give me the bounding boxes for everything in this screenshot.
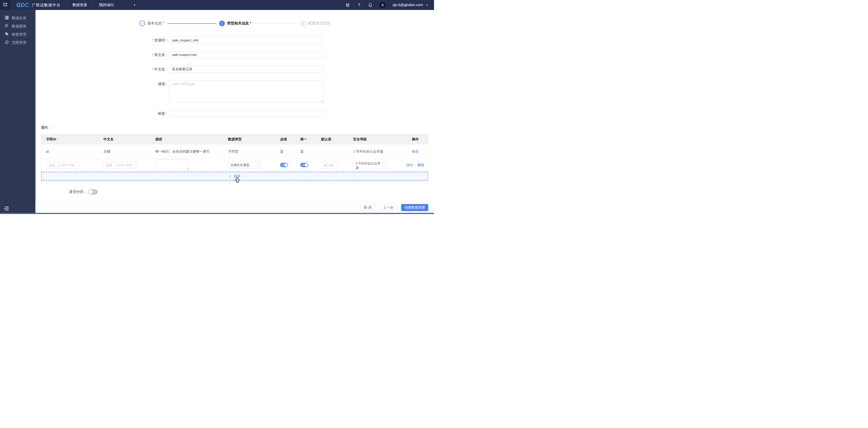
- cell-unique: 是: [296, 150, 316, 154]
- sidebar-item-label: 范围管理: [12, 40, 26, 45]
- partition-row: 是否分区 : 否: [35, 189, 434, 195]
- bell-icon[interactable]: [368, 3, 373, 7]
- cell-description: 唯一标识，会自动创建主键唯一索引: [150, 150, 223, 154]
- step-connector: [167, 23, 216, 24]
- required-marker: *: [152, 53, 154, 57]
- unique-toggle[interactable]: 是: [300, 163, 308, 167]
- previous-step-button[interactable]: 上一步: [379, 204, 397, 211]
- cn-name-input[interactable]: [103, 162, 136, 169]
- user-email[interactable]: qiy-b@glodon.com: [393, 3, 423, 7]
- bug-icon[interactable]: [345, 3, 350, 7]
- sidebar-item-data-explore[interactable]: 数据探查: [0, 22, 35, 30]
- scope-icon: [5, 40, 9, 45]
- link-divider: |: [415, 163, 416, 167]
- field-label: 标签 :: [35, 110, 167, 117]
- create-resource-button[interactable]: 创建数据资源: [401, 204, 428, 211]
- col-header-data-type: 数据类型: [223, 137, 275, 141]
- nav-product[interactable]: 数据资源: [72, 3, 87, 7]
- tag-icon: [5, 32, 9, 37]
- step-number: 3: [300, 21, 306, 26]
- delete-link[interactable]: 删除: [418, 163, 425, 167]
- required-toggle[interactable]: 是: [280, 163, 288, 167]
- topbar-right: ? qiy-b@glodon.com ▼: [345, 2, 434, 8]
- form-row-description: 描述 :: [35, 80, 434, 102]
- sidebar-collapse-button[interactable]: [4, 206, 9, 211]
- step-check-icon: ✓: [139, 21, 145, 26]
- avatar[interactable]: [379, 2, 386, 8]
- domain-name: 我的域01: [99, 3, 114, 7]
- default-value-input[interactable]: [321, 162, 339, 169]
- table-header-row: 字段ID 中文名 描述 数据类型 必须 唯一 默认值 安全等级 操作: [41, 134, 428, 144]
- step-label: 基本信息 *: [147, 21, 164, 26]
- chevron-down-icon: [256, 163, 259, 166]
- cell-security: 1 可向社会公众开放: [348, 150, 402, 154]
- partition-label: 是否分区 :: [35, 190, 86, 194]
- modify-link[interactable]: 修改: [412, 150, 419, 154]
- gdc-logo: GDC: [16, 2, 29, 8]
- cell-cn-name: 主键: [98, 150, 150, 154]
- form-row-tags: 标签 :: [35, 110, 434, 117]
- help-icon[interactable]: ?: [356, 3, 361, 7]
- resource-form: *资源ID : *英文名 : *中文名 : 描述 : 标签 :: [35, 37, 434, 117]
- english-name-field[interactable]: [169, 51, 323, 58]
- app-menu-button[interactable]: [0, 0, 10, 10]
- add-row-area: + 添加: [41, 171, 428, 182]
- step-other-config[interactable]: 3 配置其它信息: [300, 21, 330, 26]
- field-label: *中文名 :: [35, 66, 167, 73]
- cell-field-id: id: [41, 150, 98, 154]
- attributes-section-title: 属性 :: [41, 125, 434, 130]
- save-link[interactable]: 保存: [406, 163, 413, 167]
- app-grid-icon: [3, 3, 7, 7]
- form-row-english-name: *英文名 :: [35, 51, 434, 58]
- field-label: *资源ID :: [35, 37, 167, 44]
- cancel-button[interactable]: 取 消: [360, 204, 375, 211]
- add-label: 添加: [234, 174, 240, 178]
- sidebar-item-label: 标签管理: [12, 32, 26, 37]
- form-row-chinese-name: *中文名 :: [35, 66, 434, 73]
- col-header-cn-name: 中文名: [98, 137, 150, 141]
- database-icon: [5, 15, 9, 21]
- chevron-down-icon: ▼: [133, 4, 136, 6]
- col-header-action: 操作: [402, 137, 428, 141]
- sidebar-item-data-catalog[interactable]: 数据目录: [0, 14, 35, 22]
- form-row-resource-id: *资源ID :: [35, 37, 434, 44]
- sidebar-item-scope-manage[interactable]: 范围管理: [0, 38, 35, 47]
- col-header-default: 默认值: [316, 137, 348, 141]
- partition-toggle[interactable]: 否: [88, 189, 98, 195]
- resource-id-field[interactable]: [169, 37, 323, 44]
- sidebar-item-tag-manage[interactable]: 标签管理: [0, 30, 35, 38]
- add-attribute-button[interactable]: + 添加: [41, 172, 428, 180]
- main-content: ✓ 基本信息 * 2 类型相关信息 * 3 配置其它信息 *资源ID : *英文…: [35, 10, 434, 213]
- field-label: 描述 :: [35, 80, 167, 87]
- plus-icon: +: [229, 174, 231, 178]
- data-type-select[interactable]: 自增长长整型: [228, 162, 261, 169]
- step-type-info[interactable]: 2 类型相关信息 *: [219, 21, 251, 26]
- cell-data-type: 字符型: [223, 150, 275, 154]
- table-row-id: id 主键 唯一标识，会自动创建主键唯一索引 字符型 是 是 1 可向社会公众开…: [41, 144, 428, 159]
- sidebar-item-label: 数据探查: [12, 24, 26, 29]
- step-label: 类型相关信息 *: [227, 21, 251, 26]
- chinese-name-field[interactable]: [169, 66, 323, 73]
- required-marker: *: [152, 38, 154, 42]
- field-label: *英文名 :: [35, 51, 167, 58]
- topbar-divider: [66, 3, 67, 7]
- description-field[interactable]: [169, 80, 323, 102]
- brand-title: 广联达数据中台: [32, 2, 61, 8]
- domain-selector[interactable]: 我的域01 ▼: [99, 3, 136, 7]
- tags-field[interactable]: [169, 110, 323, 117]
- topbar-divider: [93, 3, 93, 7]
- step-connector: [254, 23, 297, 24]
- top-bar: GDC 广联达数据中台 数据资源 我的域01 ▼ ? qiy-b@glodon.…: [0, 0, 434, 10]
- description-input[interactable]: [155, 159, 189, 170]
- sidebar-item-label: 数据目录: [12, 16, 26, 21]
- field-id-input[interactable]: [46, 162, 79, 169]
- col-header-description: 描述: [150, 137, 223, 141]
- window-bottom-edge: [0, 213, 434, 214]
- sidebar: 数据目录 数据探查 标签管理 范围管理: [0, 10, 35, 214]
- step-number: 2: [219, 21, 225, 26]
- attributes-table: 字段ID 中文名 描述 数据类型 必须 唯一 默认值 安全等级 操作 id 主键…: [41, 134, 428, 171]
- step-label: 配置其它信息: [308, 21, 330, 26]
- step-basic-info[interactable]: ✓ 基本信息 *: [139, 21, 164, 26]
- security-level-select[interactable]: 1 可向社会公众开放: [353, 162, 387, 169]
- chevron-down-icon[interactable]: ▼: [426, 4, 428, 6]
